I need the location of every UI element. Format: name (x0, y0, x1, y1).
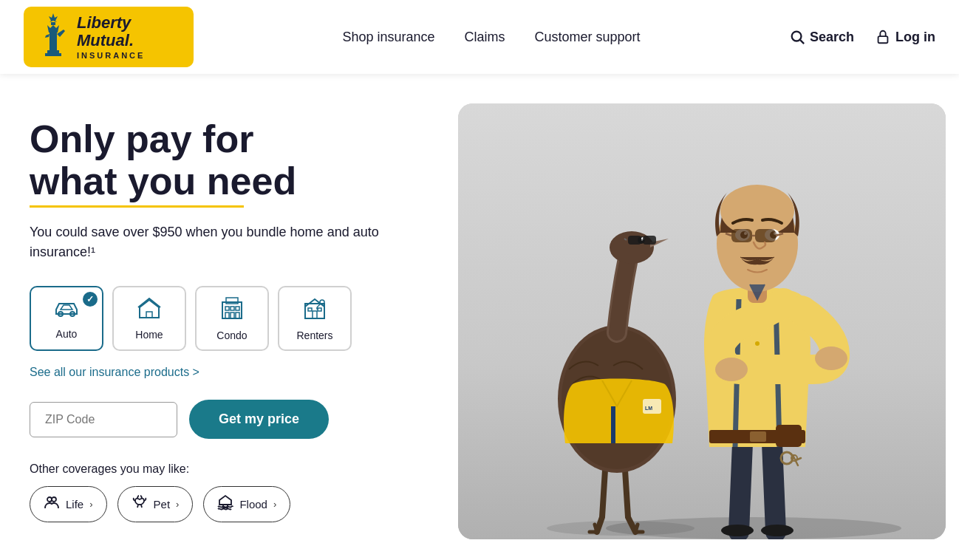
coverage-pills: Life › Pet › (30, 486, 458, 522)
statue-icon (35, 12, 71, 63)
tab-auto[interactable]: ✓ Auto (30, 286, 103, 351)
svg-point-39 (755, 341, 760, 346)
svg-rect-14 (225, 313, 229, 318)
hero-subtext: You could save over $950 when you bundle… (30, 222, 399, 262)
see-all-products-link[interactable]: See all our insurance products > (30, 366, 199, 379)
svg-rect-3 (45, 53, 61, 56)
condo-tab-label: Condo (216, 329, 247, 341)
svg-rect-24 (458, 103, 946, 539)
renters-tab-label: Renters (296, 329, 332, 341)
svg-rect-16 (236, 313, 239, 318)
header: Liberty Mutual. INSURANCE Shop insurance… (0, 0, 959, 74)
svg-rect-19 (308, 308, 312, 311)
renters-icon (302, 296, 327, 325)
tab-auto-check: ✓ (83, 292, 98, 307)
auto-tab-label: Auto (56, 328, 78, 340)
pet-icon (132, 494, 148, 514)
headline-underline (30, 205, 244, 208)
svg-point-4 (792, 32, 802, 41)
svg-rect-15 (231, 313, 234, 318)
logo-area: Liberty Mutual. INSURANCE (24, 7, 194, 67)
svg-rect-55 (755, 229, 776, 242)
svg-rect-1 (50, 33, 57, 50)
right-panel: LM (458, 103, 946, 539)
nav-claims[interactable]: Claims (464, 30, 505, 45)
login-button[interactable]: Log in (875, 29, 935, 45)
condo-icon (219, 296, 245, 325)
get-price-button[interactable]: Get my price (189, 400, 329, 439)
header-right: Search Log in (789, 29, 935, 45)
logo-text: Liberty Mutual. INSURANCE (77, 14, 182, 60)
cta-row: Get my price (30, 400, 458, 439)
svg-rect-11 (225, 307, 229, 310)
svg-point-37 (761, 525, 794, 536)
svg-rect-54 (731, 229, 752, 242)
svg-rect-0 (51, 22, 55, 25)
tab-home[interactable]: Home (112, 286, 186, 351)
life-pill-label: Life (66, 498, 83, 511)
left-panel: Only pay for what you need You could sav… (30, 103, 458, 522)
tab-renters[interactable]: Renters (278, 286, 352, 351)
login-label: Log in (895, 30, 935, 45)
search-label: Search (810, 30, 854, 45)
life-arrow-icon: › (89, 499, 92, 510)
flood-icon (217, 494, 233, 514)
svg-point-23 (52, 497, 56, 502)
pet-pill-label: Pet (154, 498, 171, 511)
pill-flood[interactable]: Flood › (203, 486, 290, 522)
search-icon (789, 29, 805, 45)
svg-rect-32 (628, 236, 641, 245)
logo-tagline: INSURANCE (77, 51, 145, 60)
svg-point-47 (720, 185, 794, 236)
hero-scene: LM (458, 103, 946, 539)
svg-point-43 (715, 358, 748, 381)
logo-box: Liberty Mutual. INSURANCE (24, 7, 194, 67)
flood-arrow-icon: › (273, 499, 276, 510)
svg-point-22 (47, 497, 52, 502)
auto-icon (53, 298, 80, 324)
main-nav: Shop insurance Claims Customer support (342, 30, 640, 45)
hero-image: LM (458, 103, 946, 539)
headline-line1: Only pay for (30, 117, 253, 160)
nav-customer-support[interactable]: Customer support (535, 30, 641, 45)
pet-arrow-icon: › (176, 499, 179, 510)
svg-point-36 (721, 525, 754, 536)
svg-rect-13 (236, 307, 239, 310)
tab-condo[interactable]: Condo (195, 286, 269, 351)
home-icon (137, 297, 162, 324)
pill-life[interactable]: Life › (30, 486, 107, 522)
search-button[interactable]: Search (789, 29, 854, 45)
svg-point-44 (815, 346, 847, 370)
pill-pet[interactable]: Pet › (117, 486, 194, 522)
life-icon (44, 494, 60, 514)
svg-point-26 (547, 521, 694, 536)
svg-rect-33 (643, 236, 656, 245)
checkmark-icon: ✓ (86, 294, 94, 304)
svg-rect-56 (776, 425, 802, 447)
hero-svg: LM (458, 103, 946, 539)
svg-rect-42 (750, 431, 766, 442)
logo-brand: Liberty Mutual. (77, 14, 182, 49)
svg-text:LM: LM (645, 406, 652, 411)
svg-rect-12 (231, 307, 234, 310)
other-coverages-label: Other coverages you may like: (30, 462, 458, 476)
nav-shop-insurance[interactable]: Shop insurance (342, 30, 434, 45)
flood-pill-label: Flood (239, 498, 267, 511)
headline-line2: what you need (30, 160, 296, 202)
hero-headline: Only pay for what you need (30, 118, 458, 202)
zip-code-input[interactable] (30, 402, 177, 437)
home-tab-label: Home (135, 329, 163, 341)
svg-line-5 (800, 40, 804, 44)
lock-icon (875, 29, 891, 45)
svg-rect-6 (878, 36, 888, 43)
main-content: Only pay for what you need You could sav… (0, 74, 959, 560)
svg-rect-18 (313, 311, 317, 318)
insurance-tabs: ✓ Auto (30, 286, 458, 351)
